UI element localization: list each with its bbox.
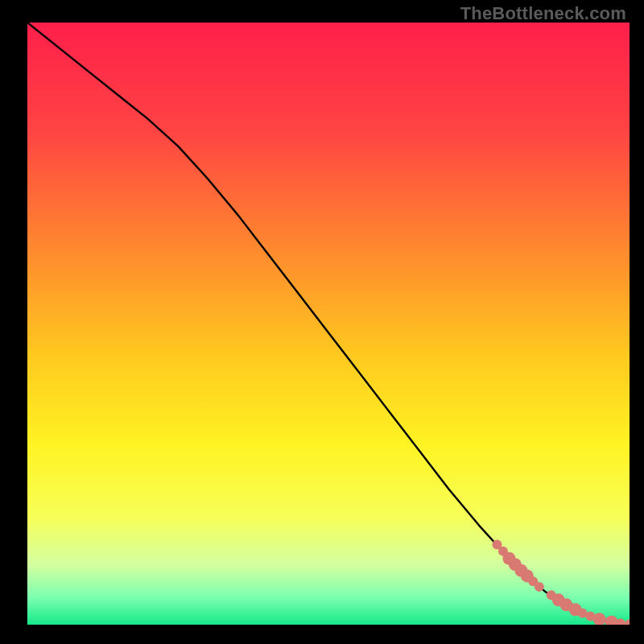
chart-svg bbox=[27, 23, 630, 625]
chart-plot bbox=[27, 23, 630, 625]
watermark-text: TheBottleneck.com bbox=[460, 3, 626, 24]
chart-frame: TheBottleneck.com bbox=[0, 0, 644, 644]
tail-marker bbox=[535, 582, 544, 592]
chart-background bbox=[27, 23, 630, 625]
